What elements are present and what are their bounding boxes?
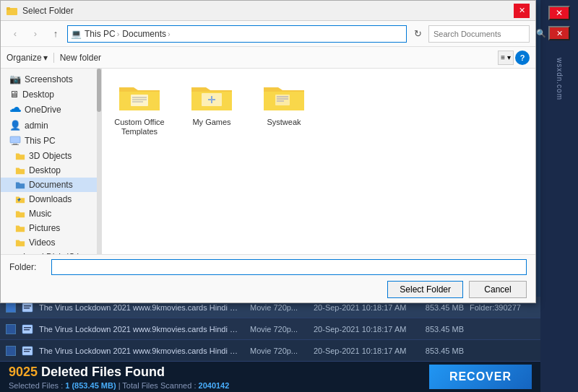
toolbar-divider [53,53,54,63]
file-row[interactable]: The Virus Lockdown 2021 www.9kmovies.car… [0,318,540,340]
onedrive-icon [9,104,21,116]
computer-icon [9,135,21,147]
sidebar-item-3dobjects[interactable]: 3D Objects [1,149,101,163]
folder-item-systweak[interactable]: Systweak [255,77,313,130]
breadcrumb-this-pc: This PC › [85,29,119,39]
sidebar-item-pictures[interactable]: Pictures [1,221,101,235]
sidebar-item-this-pc[interactable]: This PC [1,133,101,149]
folder-item-custom-office[interactable]: Custom OfficeTemplates [111,77,168,139]
organize-toolbar: Organize ▾ New folder ≡ ▾ ? [1,47,535,69]
sidebar-label: Local Disk (C:) [23,252,80,254]
dialog-title-text: Select Folder [22,6,514,16]
sidebar-label: 3D Objects [29,151,72,161]
sidebar-item-screenshots[interactable]: 📷 Screenshots [1,71,101,87]
screenshots-icon: 📷 [9,74,21,84]
folder-label: Systweak [267,118,301,127]
svg-rect-11 [7,7,10,10]
file-name: The Virus Lockdown 2021 www.9kmovies.car… [39,347,244,355]
address-bar[interactable]: 💻 This PC › Documents › [67,25,407,43]
back-button[interactable]: ‹ [7,26,24,42]
organize-button[interactable]: Organize ▾ [7,53,48,63]
file-type-icon [22,345,33,357]
sidebar-label: admin [25,121,48,131]
sidebar-item-local-c[interactable]: Local Disk (C:) [1,250,101,254]
file-area: Custom OfficeTemplates My Games [102,69,535,254]
scrollbar-track [97,69,101,254]
file-row[interactable]: The Virus Lockdown 2021 www.9kmovies.car… [0,340,540,362]
sidebar-item-downloads[interactable]: Downloads [1,192,101,206]
action-row: Select Folder Cancel [9,281,527,298]
file-checkbox[interactable] [6,346,16,356]
file-name: The Virus Lockdown 2021 www.9kmovies.car… [39,303,244,312]
view-toggle-button[interactable]: ≡ ▾ [498,51,514,65]
select-folder-dialog: Select Folder ✕ ‹ › ↑ 💻 This PC › Docume… [0,0,536,303]
sidebar-label: This PC [25,136,56,146]
forward-button[interactable]: › [27,26,44,42]
svg-rect-1 [24,305,31,307]
search-input[interactable] [434,30,533,38]
file-extra: Folder:390277 [470,303,535,312]
sidebar-label: Downloads [29,194,72,204]
file-type: Movie 720p... [250,347,308,355]
file-rows-container: The Virus Lockdown 2021 www.9kmovies.car… [0,297,540,362]
help-button[interactable]: ? [515,51,530,65]
refresh-button[interactable]: ↻ [410,26,426,42]
file-date: 20-Sep-2021 10:18:17 AM [314,325,407,334]
file-checkbox[interactable] [6,302,16,313]
file-date: 20-Sep-2021 10:18:17 AM [314,303,407,312]
selected-value: 1 (853.45 MB) [65,381,116,390]
recover-button[interactable]: RECOVER [429,365,532,389]
search-box[interactable]: 🔍 [428,25,530,43]
sidebar-item-videos[interactable]: Videos [1,235,101,250]
sidebar-item-onedrive[interactable]: OneDrive [1,102,101,118]
svg-rect-4 [24,327,31,328]
cancel-button[interactable]: Cancel [469,281,527,298]
file-type-icon [22,323,33,335]
scrollbar-thumb[interactable] [97,69,101,112]
new-folder-button[interactable]: New folder [60,53,101,63]
select-folder-button[interactable]: Select Folder [387,281,463,298]
deleted-count-num: 9025 [9,365,38,379]
folder-input[interactable] [51,259,527,275]
sidebar-label: OneDrive [25,105,61,115]
deleted-info: Selected Files : 1 (853.45 MB) | Total F… [9,381,229,390]
dialog-title-icon [7,5,18,17]
sidebar-label: Desktop [22,90,54,100]
file-size: 853.45 MB [413,303,464,312]
up-button[interactable]: ↑ [47,26,64,42]
folder-open-icon [15,180,25,190]
deleted-count-row: 9025 Deleted Files Found [9,365,229,380]
folder-icon-custom-office [118,80,161,115]
close-button-2[interactable]: ✕ [548,26,570,40]
sidebar-label: Pictures [29,223,60,233]
folder-icon-my-games [190,80,233,115]
breadcrumb-pc-icon: 💻 [71,29,82,39]
desktop-icon: 🖥 [9,89,19,100]
folder-label: Custom OfficeTemplates [114,118,165,136]
sidebar: 📷 Screenshots 🖥 Desktop OneDrive 👤 admin… [1,69,102,254]
sidebar-item-desktop2[interactable]: Desktop [1,163,101,178]
deleted-count: 9025 Deleted Files Found [9,365,165,379]
sidebar-item-documents[interactable]: Documents [1,178,101,192]
file-date: 20-Sep-2021 10:18:17 AM [314,347,407,355]
close-button-1[interactable]: ✕ [548,6,570,20]
svg-rect-5 [24,329,30,331]
sidebar-item-desktop[interactable]: 🖥 Desktop [1,87,101,102]
videos-folder-icon [15,238,25,248]
svg-rect-2 [24,308,30,309]
view-buttons: ≡ ▾ ? [498,51,530,65]
sidebar-item-music[interactable]: Music [1,206,101,221]
address-toolbar: ‹ › ↑ 💻 This PC › Documents › ↻ 🔍 [1,21,535,47]
folder-icon [15,151,25,161]
svg-rect-14 [12,144,19,145]
svg-rect-7 [24,349,31,350]
folder-item-my-games[interactable]: My Games [183,77,241,130]
right-panel: ✕ ✕ wsxdn.com [540,0,578,392]
folder-label-text: Folder: [9,262,46,272]
dialog-close-button[interactable]: ✕ [514,4,530,18]
sidebar-item-admin[interactable]: 👤 admin [1,118,101,133]
user-icon: 👤 [9,120,21,131]
file-name: The Virus Lockdown 2021 www.9kmovies.car… [39,325,244,334]
breadcrumb-documents: Documents › [122,29,170,39]
file-checkbox[interactable] [6,324,16,334]
